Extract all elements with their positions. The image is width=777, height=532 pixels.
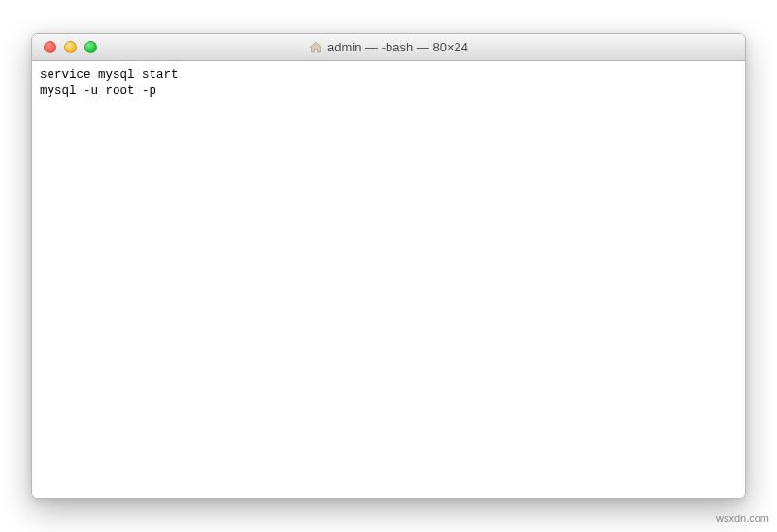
- window-title: admin — -bash — 80×24: [32, 40, 745, 54]
- close-button[interactable]: [44, 41, 56, 53]
- traffic-lights: [44, 41, 97, 53]
- window-title-text: admin — -bash — 80×24: [327, 40, 468, 54]
- terminal-body[interactable]: service mysql startmysql -u root -p: [32, 61, 745, 498]
- terminal-window: admin — -bash — 80×24 service mysql star…: [31, 33, 746, 499]
- minimize-button[interactable]: [64, 41, 77, 53]
- terminal-line: service mysql start: [40, 67, 737, 83]
- watermark: wsxdn.com: [716, 513, 769, 524]
- terminal-line: mysql -u root -p: [40, 83, 737, 100]
- home-icon: [309, 41, 322, 53]
- titlebar[interactable]: admin — -bash — 80×24: [32, 34, 745, 61]
- zoom-button[interactable]: [84, 41, 97, 53]
